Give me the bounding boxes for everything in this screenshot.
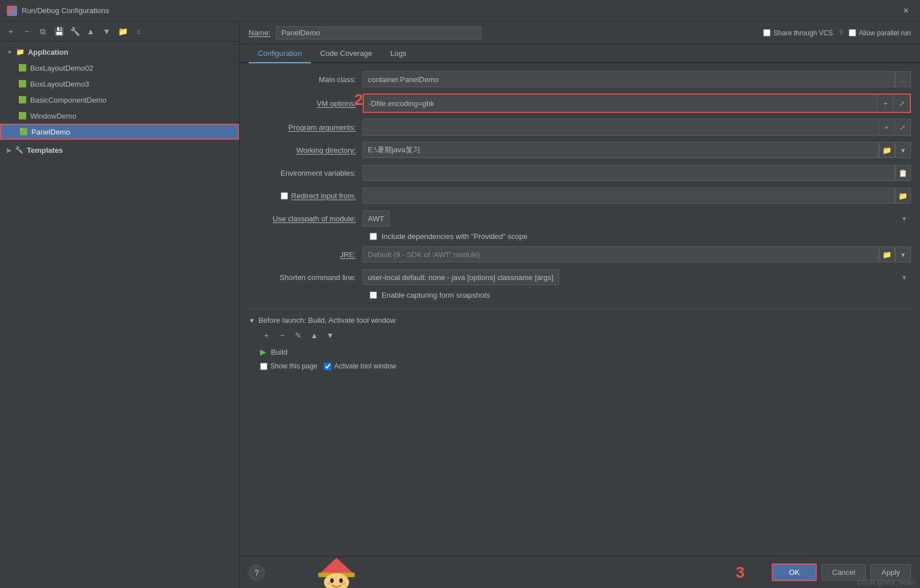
templates-icon: 🔧 (15, 146, 23, 154)
main-panel: Name: Share through VCS ? Allow parallel… (240, 22, 920, 588)
sort-button[interactable]: ↕ (132, 25, 145, 38)
prog-args-expand-button[interactable]: ⤢ (894, 119, 910, 135)
before-launch-down-button[interactable]: ▼ (324, 329, 337, 342)
redirect-label: Redirect input from: (291, 192, 356, 200)
tree-node-application[interactable]: ▼ 📁 Application (0, 44, 239, 60)
jre-input[interactable] (363, 246, 879, 262)
config-icon-4: 🟩 (18, 112, 27, 120)
prog-args-add-button[interactable]: + (878, 119, 894, 135)
redirect-row: Redirect input from: 📁 (249, 186, 911, 205)
show-page-row: Show this page Activate tool window (249, 359, 911, 374)
main-window: Run/Debug Configurations × + − ⧉ 💾 🔧 ▲ ▼… (0, 0, 920, 588)
tree-node-templates[interactable]: ▶ 🔧 Templates (0, 142, 239, 158)
tab-code-coverage[interactable]: Code Coverage (311, 44, 381, 63)
env-vars-edit-button[interactable]: 📋 (895, 165, 911, 181)
parallel-run-label: Allow parallel run (849, 29, 911, 37)
vm-add-button[interactable]: + (878, 95, 894, 112)
vm-expand-button[interactable]: ⤢ (894, 95, 910, 112)
cancel-button[interactable]: Cancel (821, 564, 866, 581)
jre-input-group: 📁 ▾ (363, 246, 911, 262)
name-input[interactable] (276, 26, 481, 39)
enable-snapshots-checkbox[interactable] (370, 291, 377, 299)
before-launch-remove-button[interactable]: − (276, 329, 289, 342)
before-launch-build-item: ▶ Build (249, 345, 911, 359)
shorten-cmd-row: Shorten command line: user-local default… (249, 268, 911, 286)
svg-point-4 (339, 578, 343, 583)
include-deps-checkbox[interactable] (370, 233, 377, 240)
config-icon-1: 🟩 (18, 64, 27, 72)
env-vars-label: Environment variables: (249, 169, 363, 177)
main-class-browse-button[interactable]: … (895, 71, 911, 87)
edit-config-button[interactable]: 🔧 (68, 25, 81, 38)
before-launch-section: ▼ Before launch: Build, Activate tool wi… (249, 309, 911, 374)
activate-window-label-group: Activate tool window (324, 362, 396, 370)
tree-item-label-5: PanelDemo (31, 128, 70, 136)
env-vars-input-group: 📋 (363, 165, 911, 181)
add-config-button[interactable]: + (5, 25, 17, 38)
program-args-label: Program arguments: (249, 123, 363, 132)
shorten-cmd-label: Shorten command line: (249, 273, 363, 282)
jre-dropdown-button[interactable]: ▾ (895, 246, 911, 262)
classpath-row: Use classpath of module: AWT (249, 209, 911, 228)
apply-button[interactable]: Apply (870, 564, 911, 581)
close-button[interactable]: × (899, 3, 913, 18)
share-help-icon[interactable]: ? (838, 29, 842, 37)
before-launch-add-button[interactable]: + (260, 329, 273, 342)
help-button[interactable]: ? (249, 565, 265, 581)
form-area: Main class: … VM options: + ⤢ (240, 63, 920, 556)
copy-config-button[interactable]: ⧉ (37, 25, 49, 38)
parallel-run-checkbox[interactable] (849, 29, 856, 37)
sidebar-tree: ▼ 📁 Application 🟩 BoxLayoutDemo02 🟩 BoxL… (0, 42, 239, 588)
title-bar: Run/Debug Configurations × (0, 0, 920, 22)
include-deps-row: Include dependencies with "Provided" sco… (249, 232, 911, 241)
share-vcs-label: Share through VCS (763, 29, 833, 37)
move-up-button[interactable]: ▲ (84, 25, 97, 38)
include-deps-label: Include dependencies with "Provided" sco… (382, 232, 528, 241)
save-config-button[interactable]: 💾 (52, 25, 65, 38)
working-dir-browse-button[interactable]: 📁 (879, 142, 895, 158)
folder-button[interactable]: 📁 (116, 25, 129, 38)
show-page-label: Show this page (270, 362, 317, 370)
classpath-select[interactable]: AWT (363, 210, 390, 226)
main-class-input[interactable] (363, 71, 895, 87)
before-launch-up-button[interactable]: ▲ (308, 329, 321, 342)
redirect-input[interactable] (363, 188, 895, 204)
move-down-button[interactable]: ▼ (100, 25, 113, 38)
remove-config-button[interactable]: − (21, 25, 33, 38)
classpath-label: Use classpath of module: (249, 214, 363, 223)
tree-node-boxlayoutdemo02[interactable]: 🟩 BoxLayoutDemo02 (0, 60, 239, 76)
share-vcs-checkbox[interactable] (763, 29, 771, 37)
watermark: CSDN @Nick_Bears (857, 579, 915, 586)
vm-options-input[interactable] (364, 95, 878, 112)
tabs-row: Configuration Code Coverage Logs (240, 44, 920, 63)
redirect-browse-button[interactable]: 📁 (895, 188, 911, 204)
working-dir-input[interactable] (363, 142, 879, 158)
templates-label: Templates (27, 146, 63, 155)
working-dir-dropdown-button[interactable]: ▾ (895, 142, 911, 158)
tree-node-paneldemo[interactable]: 🟩 PanelDemo 1 (0, 124, 239, 140)
jre-browse-button[interactable]: 📁 (879, 246, 895, 262)
tab-configuration[interactable]: Configuration (249, 44, 311, 63)
before-launch-edit-button[interactable]: ✎ (292, 329, 305, 342)
program-args-input-group: + ⤢ (363, 119, 911, 136)
working-dir-row: Working directory: 📁 ▾ (249, 141, 911, 159)
cartoon-svg (314, 557, 359, 588)
before-launch-header: ▼ Before launch: Build, Activate tool wi… (249, 316, 911, 325)
shorten-cmd-select[interactable]: user-local default: none - java [options… (363, 269, 559, 285)
svg-point-3 (330, 578, 334, 583)
tree-node-windowdemo[interactable]: 🟩 WindowDemo (0, 108, 239, 124)
ok-button[interactable]: OK (772, 563, 817, 581)
tree-node-basiccomponentdemo[interactable]: 🟩 BasicComponentDemo (0, 92, 239, 108)
activate-window-checkbox[interactable] (324, 363, 331, 370)
vm-input-wrapper: + ⤢ (363, 94, 911, 113)
build-label: Build (271, 348, 287, 356)
svg-point-5 (327, 582, 331, 585)
redirect-checkbox[interactable] (281, 192, 288, 200)
program-args-input[interactable] (363, 119, 878, 135)
show-page-checkbox[interactable] (260, 363, 268, 370)
env-vars-input[interactable] (363, 165, 895, 181)
tree-node-boxlayoutdemo3[interactable]: 🟩 BoxLayoutDemo3 (0, 76, 239, 92)
build-icon: ▶ (260, 347, 266, 356)
show-page-label-group: Show this page (260, 362, 317, 370)
tab-logs[interactable]: Logs (381, 44, 415, 63)
